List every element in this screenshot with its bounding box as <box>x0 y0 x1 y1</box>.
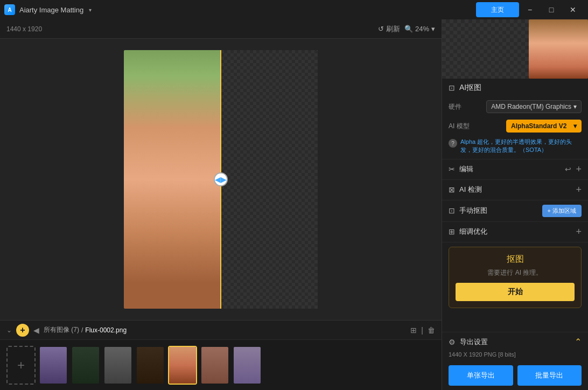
right-panel: ⊡ AI抠图 硬件 AMD Radeon(TM) Graphics ▾ AI 模… <box>442 19 588 390</box>
ai-matting-icon: ⊡ <box>449 83 455 92</box>
thumbnail-image <box>169 347 196 384</box>
app-logo: A <box>4 4 15 15</box>
zoom-icon: 🔍 <box>404 25 413 33</box>
ai-matting-title: AI抠图 <box>459 83 481 93</box>
hardware-label: 硬件 <box>449 102 461 112</box>
breadcrumb-separator: / <box>81 326 83 334</box>
close-button[interactable]: ✕ <box>562 2 584 17</box>
list-item[interactable] <box>233 346 262 385</box>
model-chevron-icon: ▾ <box>573 122 577 130</box>
all-images-label: 所有图像 (7) <box>44 325 79 335</box>
manual-matting-header: ⊡ 手动抠图 + 添加区域 <box>442 200 588 221</box>
export-title: 导出设置 <box>460 337 488 347</box>
ai-detect-section: ⊠ AI 检测 + <box>442 180 588 200</box>
matting-action-title: 抠图 <box>456 254 575 265</box>
image-left-half <box>124 50 221 309</box>
export-section: ⚙ 导出设置 ⌃ 1440 X 1920 PNG [8 bits] 单张导出 批… <box>442 332 588 390</box>
model-dropdown[interactable]: AlphaStandard V2 ▾ <box>506 120 582 133</box>
undo-button[interactable]: ↩ <box>565 165 571 173</box>
thumbnail-image <box>137 347 164 384</box>
canvas-controls: ↺ 刷新 🔍 24% ▾ <box>378 24 435 34</box>
hardware-value: AMD Radeon(TM) Graphics <box>491 103 571 110</box>
export-icon: ⚙ <box>449 338 456 346</box>
list-item[interactable] <box>168 346 197 385</box>
hardware-dropdown[interactable]: AMD Radeon(TM) Graphics ▾ <box>486 100 582 113</box>
maximize-button[interactable]: □ <box>541 2 562 17</box>
list-item[interactable] <box>136 346 165 385</box>
thumbnail-image <box>40 347 67 384</box>
nav-prev-icon[interactable]: ◀ <box>33 326 39 335</box>
preview-thumbnail <box>442 19 588 79</box>
fine-tune-header: ⊞ 细调优化 + <box>442 222 588 242</box>
list-item[interactable] <box>39 346 68 385</box>
main-layout: 1440 x 1920 ↺ 刷新 🔍 24% ▾ <box>0 19 588 390</box>
home-button[interactable]: 主页 <box>476 2 519 17</box>
breadcrumb: 所有图像 (7) / Flux-0002.png <box>44 325 127 335</box>
thumbnail-image <box>234 347 261 384</box>
titlebar-left: A Aiarty Image Matting ▾ <box>4 4 92 15</box>
thumbnail-image <box>72 347 99 384</box>
minimize-button[interactable]: − <box>519 2 541 17</box>
canvas-topbar: 1440 x 1920 ↺ 刷新 🔍 24% ▾ <box>0 19 442 39</box>
preview-image <box>529 19 588 79</box>
add-area-button[interactable]: + 添加区域 <box>542 205 582 217</box>
model-value: AlphaStandard V2 <box>511 122 566 130</box>
comparison-divider-handle[interactable]: ◀▶ <box>214 172 228 186</box>
fine-tune-title: 细调优化 <box>459 227 487 236</box>
single-export-button[interactable]: 单张导出 <box>449 365 513 386</box>
ai-detect-header-left: ⊠ AI 检测 <box>449 185 482 194</box>
comparison-container: ◀▶ <box>124 50 318 309</box>
manual-matting-header-left: ⊡ 手动抠图 <box>449 206 487 215</box>
current-filename: Flux-0002.png <box>85 326 127 334</box>
matting-action: 抠图 需要进行 AI 推理。 开始 <box>449 247 582 308</box>
image-viewer: ◀▶ <box>0 39 442 320</box>
titlebar-right: 主页 − □ ✕ <box>476 2 584 17</box>
filmstrip-left: ⌄ + ◀ 所有图像 (7) / Flux-0002.png <box>6 324 127 337</box>
zoom-control[interactable]: 🔍 24% ▾ <box>404 25 435 33</box>
export-header: ⚙ 导出设置 ⌃ <box>442 332 588 351</box>
delete-icon[interactable]: 🗑 <box>428 326 435 335</box>
app-title: Aiarty Image Matting <box>19 6 83 14</box>
refresh-button[interactable]: ↺ 刷新 <box>378 24 400 34</box>
filmstrip-scroll[interactable]: + <box>0 340 442 390</box>
list-item[interactable] <box>103 346 132 385</box>
model-row: AI 模型 AlphaStandard V2 ▾ <box>442 116 588 136</box>
list-item[interactable] <box>71 346 100 385</box>
refresh-icon: ↺ <box>378 25 384 33</box>
thumbnail-size-icon[interactable]: ⊞ <box>410 326 417 335</box>
filmstrip-bar: ⌄ + ◀ 所有图像 (7) / Flux-0002.png ⊞ | 🗑 + <box>0 320 442 390</box>
ai-detect-title: AI 检测 <box>459 185 482 194</box>
image-right-half <box>221 50 318 309</box>
list-item[interactable] <box>200 346 229 385</box>
collapse-filmstrip-button[interactable]: ⌄ <box>6 326 12 334</box>
filmstrip-topbar: ⌄ + ◀ 所有图像 (7) / Flux-0002.png ⊞ | 🗑 <box>0 321 442 340</box>
ai-detect-add-button[interactable]: + <box>576 184 582 196</box>
model-label: AI 模型 <box>449 122 470 131</box>
batch-export-button[interactable]: 批量导出 <box>517 365 582 386</box>
canvas-area: 1440 x 1920 ↺ 刷新 🔍 24% ▾ <box>0 19 442 390</box>
start-button[interactable]: 开始 <box>456 283 575 301</box>
ai-detect-icon: ⊠ <box>449 185 455 194</box>
filmstrip-slider-icon[interactable]: | <box>421 326 423 335</box>
ai-detect-header: ⊠ AI 检测 + <box>442 180 588 200</box>
edit-header-left: ✂ 编辑 <box>449 164 473 174</box>
thumbnail-image <box>201 347 228 384</box>
hardware-chevron-icon: ▾ <box>573 103 577 110</box>
add-image-button[interactable]: + <box>16 324 29 337</box>
export-expand-icon[interactable]: ⌃ <box>575 337 582 347</box>
edit-actions: ↩ + <box>565 164 582 175</box>
thumbnail-image <box>104 347 131 384</box>
edit-icon: ✂ <box>449 165 455 173</box>
manual-matting-icon: ⊡ <box>449 206 455 215</box>
zoom-chevron-icon: ▾ <box>431 25 435 33</box>
add-new-image-button[interactable]: + <box>6 346 36 385</box>
edit-add-button[interactable]: + <box>576 164 582 175</box>
help-text: Alpha 超化，更好的半透明效果，更好的头发，更好的混合质量。（SOTA） <box>460 138 582 155</box>
titlebar: A Aiarty Image Matting ▾ 主页 − □ ✕ <box>0 0 588 19</box>
manual-matting-title: 手动抠图 <box>459 206 487 215</box>
matting-action-description: 需要进行 AI 推理。 <box>456 268 575 277</box>
edit-header: ✂ 编辑 ↩ + <box>442 159 588 179</box>
chevron-down-icon[interactable]: ▾ <box>89 7 92 13</box>
fine-tune-add-button[interactable]: + <box>576 226 582 238</box>
help-row: ? Alpha 超化，更好的半透明效果，更好的头发，更好的混合质量。（SOTA） <box>442 136 588 159</box>
